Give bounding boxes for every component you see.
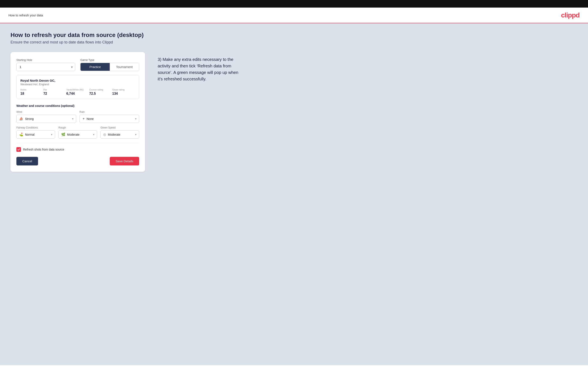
- weather-section-label: Weather and course conditions (optional): [16, 104, 139, 108]
- rain-value: None: [86, 117, 94, 121]
- course-name: Royal North Devon GC,: [20, 79, 135, 82]
- game-type-label: Game Type: [80, 58, 139, 61]
- rough-group: Rough 🌿 Moderate ▾: [59, 126, 97, 139]
- rough-label: Rough: [59, 126, 97, 129]
- save-button[interactable]: Save Details: [110, 157, 139, 166]
- slope-rating-stat: Slope rating 134: [112, 88, 135, 96]
- footer: Copyright Clippd 2022: [0, 365, 588, 367]
- refresh-checkbox-row[interactable]: Refresh shots from data source: [16, 147, 139, 152]
- rough-select[interactable]: 🌿 Moderate ▾: [59, 130, 97, 139]
- rain-chevron: ▾: [135, 117, 137, 120]
- form-top-row: Starting Hole 1 10 Game Type Practice To…: [16, 58, 139, 71]
- rain-label: Rain: [79, 110, 139, 113]
- fairway-value: Normal: [25, 133, 35, 136]
- course-info-box: Royal North Devon GC, Westward Ho!, Engl…: [16, 75, 139, 99]
- slope-rating-label: Slope rating: [112, 88, 135, 91]
- course-stats: Holes 18 Par 72 Yards/White (M)) 6,744 C…: [20, 88, 135, 96]
- green-speed-value: Moderate: [108, 133, 120, 136]
- par-stat: Par 72: [43, 88, 66, 96]
- holes-value: 18: [20, 92, 43, 96]
- green-speed-select[interactable]: ◎ Moderate ▾: [101, 130, 139, 139]
- par-label: Par: [43, 88, 66, 91]
- practice-button[interactable]: Practice: [80, 63, 110, 71]
- fairway-icon: ⛳: [19, 133, 23, 136]
- rain-group: Rain ✦ None ▾: [79, 110, 139, 123]
- course-rating-stat: Course rating 72.5: [89, 88, 112, 96]
- starting-hole-select-wrapper[interactable]: 1 10: [16, 63, 75, 71]
- wind-chevron: ▾: [72, 117, 73, 120]
- course-location: Westward Ho!, England: [20, 83, 135, 86]
- rough-value: Moderate: [67, 133, 79, 136]
- side-note-text: 3) Make any extra edits necessary to the…: [158, 56, 242, 82]
- page-heading: How to refresh your data from source (de…: [10, 32, 578, 38]
- wind-icon: ⛵: [19, 117, 23, 121]
- green-speed-icon: ◎: [103, 133, 106, 136]
- course-rating-value: 72.5: [89, 92, 112, 96]
- content-layout: Starting Hole 1 10 Game Type Practice To…: [10, 52, 578, 172]
- wind-select[interactable]: ⛵ Strong ▾: [16, 115, 76, 123]
- game-type-group: Game Type Practice Tournament: [80, 58, 139, 71]
- rough-chevron: ▾: [93, 133, 94, 136]
- course-rating-label: Course rating: [89, 88, 112, 91]
- header: How to refresh your data clippd: [0, 8, 588, 23]
- checkmark-icon: [17, 148, 20, 151]
- yards-value: 6,744: [66, 92, 89, 96]
- starting-hole-group: Starting Hole 1 10: [16, 58, 75, 71]
- yards-stat: Yards/White (M)) 6,744: [66, 88, 89, 96]
- rough-icon: 🌿: [61, 133, 65, 136]
- wind-group: Wind ⛵ Strong ▾: [16, 110, 76, 123]
- main-content: How to refresh your data from source (de…: [0, 23, 588, 365]
- page-subheading: Ensure the correct and most up to date d…: [10, 40, 578, 44]
- starting-hole-label: Starting Hole: [16, 58, 75, 61]
- divider: [16, 143, 139, 143]
- top-bar: [0, 0, 588, 8]
- rain-select[interactable]: ✦ None ▾: [79, 115, 139, 123]
- fairway-select[interactable]: ⛳ Normal ▾: [16, 130, 55, 139]
- green-speed-label: Green Speed: [101, 126, 139, 129]
- button-row: Cancel Save Details: [16, 157, 139, 166]
- starting-hole-select[interactable]: 1 10: [16, 63, 75, 71]
- form-card: Starting Hole 1 10 Game Type Practice To…: [10, 52, 145, 172]
- rain-icon: ✦: [82, 117, 85, 121]
- header-title: How to refresh your data: [9, 13, 43, 17]
- fairway-group: Fairway Conditions ⛳ Normal ▾: [16, 126, 55, 139]
- green-speed-group: Green Speed ◎ Moderate ▾: [101, 126, 139, 139]
- side-note: 3) Make any extra edits necessary to the…: [158, 52, 242, 82]
- cancel-button[interactable]: Cancel: [16, 157, 38, 166]
- game-type-buttons: Practice Tournament: [80, 63, 139, 71]
- par-value: 72: [43, 92, 66, 96]
- fairway-label: Fairway Conditions: [16, 126, 55, 129]
- fairway-rough-green-row: Fairway Conditions ⛳ Normal ▾ Rough 🌿: [16, 126, 139, 139]
- logo: clippd: [561, 11, 579, 19]
- tournament-button[interactable]: Tournament: [110, 63, 139, 71]
- refresh-label: Refresh shots from data source: [23, 148, 64, 151]
- holes-stat: Holes 18: [20, 88, 43, 96]
- wind-rain-row: Wind ⛵ Strong ▾ Rain ✦ None: [16, 110, 139, 123]
- green-speed-chevron: ▾: [135, 133, 137, 136]
- yards-label: Yards/White (M)): [66, 88, 89, 91]
- wind-value: Strong: [25, 117, 34, 121]
- wind-label: Wind: [16, 110, 76, 113]
- slope-rating-value: 134: [112, 92, 135, 96]
- fairway-chevron: ▾: [51, 133, 52, 136]
- refresh-checkbox[interactable]: [16, 147, 21, 152]
- holes-label: Holes: [20, 88, 43, 91]
